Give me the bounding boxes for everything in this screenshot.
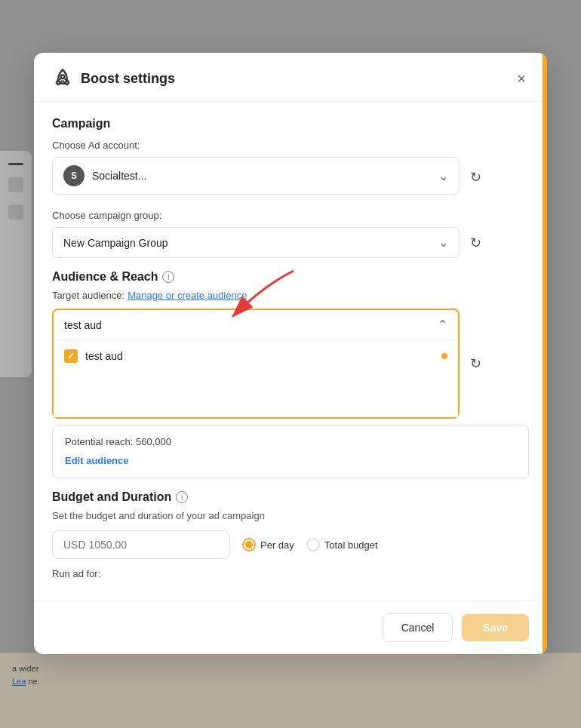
modal-footer: Cancel Save xyxy=(34,601,547,654)
ad-account-row: S Socialtest... ⌄ ↻ xyxy=(52,157,529,198)
campaign-section: Campaign Choose Ad account: S Socialtest… xyxy=(52,117,529,258)
ad-account-left: S Socialtest... xyxy=(63,165,146,186)
campaign-group-dropdown[interactable]: New Campaign Group ⌄ xyxy=(52,227,460,258)
budget-input-row: Per day Total budget xyxy=(52,530,529,559)
manage-audience-link[interactable]: Manage or create audience xyxy=(128,290,247,301)
budget-title-row: Budget and Duration i xyxy=(52,490,529,504)
campaign-group-value: New Campaign Group xyxy=(63,237,168,249)
audience-list-item[interactable]: test aud xyxy=(54,340,458,372)
audience-info-box: Potential reach: 560,000 Edit audience xyxy=(52,425,529,478)
refresh-account-button[interactable]: ↻ xyxy=(466,164,486,190)
close-button[interactable]: × xyxy=(514,68,529,89)
refresh-icon: ↻ xyxy=(470,170,481,185)
rocket-icon xyxy=(52,68,73,89)
refresh-campaign-group-button[interactable]: ↻ xyxy=(466,230,486,256)
budget-radio-group: Per day Total budget xyxy=(242,538,378,551)
refresh-audience-button[interactable]: ↻ xyxy=(466,351,486,376)
target-audience-label: Target audience: xyxy=(52,290,124,301)
campaign-group-label: Choose campaign group: xyxy=(52,210,529,221)
audience-dropdown-spacer xyxy=(54,372,458,417)
audience-input-row: test aud ⌃ test aud xyxy=(52,309,529,419)
dropdown-chevron-down-icon: ⌄ xyxy=(438,169,448,183)
audience-input-container[interactable]: test aud ⌃ test aud xyxy=(52,309,460,419)
budget-description: Set the budget and duration of your ad c… xyxy=(52,510,529,521)
cancel-button[interactable]: Cancel xyxy=(383,613,453,642)
modal-title: Boost settings xyxy=(81,71,175,87)
refresh-audience-icon: ↻ xyxy=(470,356,481,371)
modal-body: Campaign Choose Ad account: S Socialtest… xyxy=(34,102,547,601)
per-day-label: Per day xyxy=(260,539,294,551)
edit-audience-link[interactable]: Edit audience xyxy=(65,455,129,466)
audience-section-title: Audience & Reach xyxy=(52,270,158,284)
audience-section: Audience & Reach i Target audience: Mana… xyxy=(52,270,529,478)
audience-item-name: test aud xyxy=(85,350,123,362)
modal-title-row: Boost settings xyxy=(52,68,175,89)
audience-input-header[interactable]: test aud ⌃ xyxy=(54,310,458,339)
modal-header: Boost settings × xyxy=(34,53,547,102)
total-budget-option[interactable]: Total budget xyxy=(306,538,378,551)
audience-input-wrapper: test aud ⌃ test aud xyxy=(52,309,529,419)
budget-info-icon: i xyxy=(176,491,188,503)
save-button[interactable]: Save xyxy=(462,614,529,641)
ad-account-label: Choose Ad account: xyxy=(52,140,529,151)
campaign-group-row: New Campaign Group ⌄ ↻ xyxy=(52,227,529,258)
per-day-radio[interactable] xyxy=(242,538,256,551)
audience-status-dot xyxy=(441,353,447,359)
potential-reach-text: Potential reach: 560,000 xyxy=(65,436,516,447)
budget-section-title: Budget and Duration xyxy=(52,490,171,504)
ad-account-dropdown[interactable]: S Socialtest... ⌄ xyxy=(52,157,460,195)
audience-dropdown-list: test aud xyxy=(54,339,458,417)
per-day-option[interactable]: Per day xyxy=(242,538,294,551)
audience-selected-value: test aud xyxy=(64,319,102,331)
total-budget-radio[interactable] xyxy=(306,538,320,551)
account-avatar: S xyxy=(63,165,85,186)
modal-overlay: Boost settings × Campaign Choose Ad acco… xyxy=(0,0,581,728)
audience-info-icon: i xyxy=(162,271,174,283)
refresh-campaign-icon: ↻ xyxy=(470,235,481,250)
total-budget-label: Total budget xyxy=(324,539,378,551)
chevron-down-icon: ⌄ xyxy=(438,235,448,250)
audience-checkbox[interactable] xyxy=(64,349,78,363)
svg-point-0 xyxy=(61,75,65,78)
audience-title-row: Audience & Reach i xyxy=(52,270,529,284)
budget-input[interactable] xyxy=(52,530,230,559)
target-audience-row: Target audience: Manage or create audien… xyxy=(52,290,529,301)
campaign-section-title: Campaign xyxy=(52,117,529,131)
budget-section: Budget and Duration i Set the budget and… xyxy=(52,490,529,579)
run-ad-label: Run ad for: xyxy=(52,568,529,579)
boost-settings-modal: Boost settings × Campaign Choose Ad acco… xyxy=(34,53,547,654)
account-name: Socialtest... xyxy=(92,170,146,182)
chevron-up-icon: ⌃ xyxy=(438,318,447,332)
